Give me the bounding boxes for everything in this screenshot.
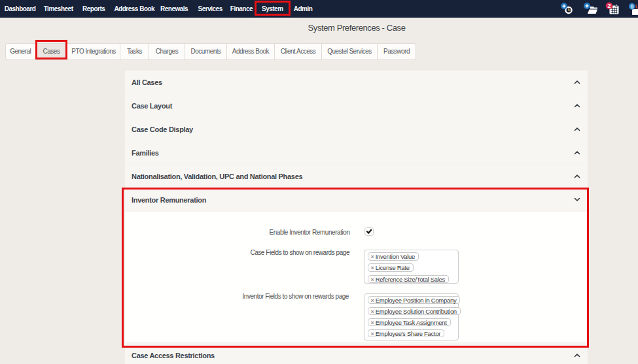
svg-text:2: 2	[607, 3, 611, 9]
svg-text:U: U	[635, 3, 638, 10]
svg-text:0: 0	[630, 3, 633, 10]
